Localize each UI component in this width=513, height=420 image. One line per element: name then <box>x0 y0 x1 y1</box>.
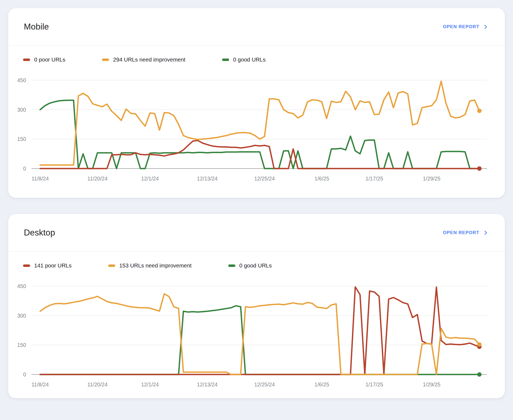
x-tick-label: 12/25/24 <box>254 176 275 182</box>
y-tick-label: 150 <box>17 342 26 348</box>
x-tick-label: 1/6/25 <box>315 382 329 387</box>
y-tick-label: 300 <box>17 107 26 113</box>
open-report-label: OPEN REPORT <box>443 24 479 30</box>
open-report-link[interactable]: OPEN REPORT <box>443 230 489 236</box>
legend-item-good: 0 good URLs <box>228 262 272 269</box>
x-tick-label: 12/1/24 <box>141 176 159 182</box>
x-tick-label: 1/29/25 <box>423 382 440 387</box>
x-tick-label: 1/6/25 <box>315 176 329 182</box>
series-line-urls-need-improvement <box>40 294 479 374</box>
x-tick-label: 11/8/24 <box>31 382 49 387</box>
legend-item-good: 0 good URLs <box>222 56 266 63</box>
y-tick-label: 0 <box>23 371 26 377</box>
y-tick-label: 0 <box>23 166 26 172</box>
mobile-chart-area: 015030045011/8/2411/20/2412/1/2412/13/24… <box>8 66 505 188</box>
chevron-right-icon <box>483 24 489 30</box>
end-dot-urls-need-improvement <box>477 342 482 347</box>
x-tick-label: 11/8/24 <box>31 176 49 182</box>
x-tick-label: 1/17/25 <box>365 382 383 387</box>
y-tick-label: 450 <box>17 77 26 83</box>
line-chart: 015030045011/8/2411/20/2412/1/2412/13/24… <box>8 272 505 394</box>
y-tick-label: 300 <box>17 313 26 319</box>
legend-item-improvement: 153 URLs need improvement <box>108 262 192 269</box>
x-tick-label: 12/13/24 <box>197 176 217 182</box>
card-header: Desktop OPEN REPORT <box>8 214 505 251</box>
improvement-swatch-icon <box>108 264 115 267</box>
chevron-right-icon <box>483 230 489 236</box>
end-dot-good-urls <box>477 372 482 377</box>
y-tick-label: 150 <box>17 136 26 142</box>
legend-label-poor: 0 poor URLs <box>34 56 65 63</box>
series-line-good-urls <box>40 306 479 374</box>
open-report-link[interactable]: OPEN REPORT <box>443 24 489 30</box>
core-web-vitals-page: { "accent_color": "#4d7df2", "colors": {… <box>0 0 513 420</box>
card-title-desktop: Desktop <box>24 228 55 238</box>
desktop-vitals-card: Desktop OPEN REPORT 141 poor URLs 153 UR… <box>8 214 505 398</box>
card-header: Mobile OPEN REPORT <box>8 8 505 45</box>
poor-swatch-icon <box>23 264 30 267</box>
legend-label-good: 0 good URLs <box>239 262 272 269</box>
x-tick-label: 12/1/24 <box>141 382 159 387</box>
good-swatch-icon <box>228 264 235 267</box>
mobile-vitals-card: Mobile OPEN REPORT 0 poor URLs 294 URLs … <box>8 8 505 198</box>
good-swatch-icon <box>222 59 229 61</box>
x-tick-label: 1/17/25 <box>365 176 383 182</box>
y-tick-label: 450 <box>17 283 26 289</box>
legend-label-improvement: 294 URLs need improvement <box>113 56 185 63</box>
legend-item-poor: 141 poor URLs <box>23 262 72 269</box>
line-chart: 015030045011/8/2411/20/2412/1/2412/13/24… <box>8 66 505 188</box>
series-line-poor-urls <box>40 287 479 374</box>
legend-label-improvement: 153 URLs need improvement <box>119 262 192 269</box>
end-dot-urls-need-improvement <box>477 109 482 113</box>
x-tick-label: 12/13/24 <box>197 382 217 387</box>
series-line-poor-urls <box>40 140 479 169</box>
improvement-swatch-icon <box>102 59 109 61</box>
open-report-label: OPEN REPORT <box>443 230 479 235</box>
end-dot-poor-urls <box>477 166 482 171</box>
series-line-good-urls <box>40 100 479 169</box>
legend-item-improvement: 294 URLs need improvement <box>102 56 185 63</box>
x-tick-label: 1/29/25 <box>423 176 440 182</box>
chart-legend: 141 poor URLs 153 URLs need improvement … <box>8 251 505 269</box>
chart-legend: 0 poor URLs 294 URLs need improvement 0 … <box>8 46 505 63</box>
card-title-mobile: Mobile <box>24 22 49 32</box>
poor-swatch-icon <box>23 59 30 61</box>
legend-item-poor: 0 poor URLs <box>23 56 65 63</box>
legend-label-good: 0 good URLs <box>233 56 266 63</box>
x-tick-label: 12/25/24 <box>254 382 275 387</box>
x-tick-label: 11/20/24 <box>87 176 108 182</box>
legend-label-poor: 141 poor URLs <box>34 262 72 269</box>
desktop-chart-area: 015030045011/8/2411/20/2412/1/2412/13/24… <box>8 272 505 394</box>
x-tick-label: 11/20/24 <box>87 382 108 387</box>
